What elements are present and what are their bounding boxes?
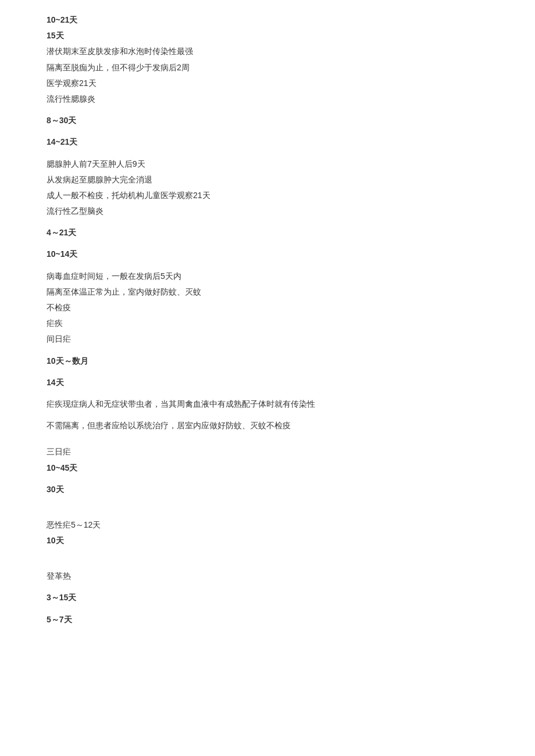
content-row: 4～21天 <box>47 225 488 240</box>
content-row: 14~21天 <box>47 135 488 149</box>
content-row: 从发病起至腮腺肿大完全消退 <box>47 173 488 187</box>
content-row: 30天 <box>47 482 488 497</box>
content-row: 10天 <box>47 533 488 548</box>
spacer <box>47 263 488 268</box>
content-row: 成人一般不检疫，托幼机构儿童医学观察21天 <box>47 188 488 203</box>
content-row: 病毒血症时间短，一般在发病后5天内 <box>47 269 488 284</box>
content-row: 3～15天 <box>47 590 488 605</box>
spacer <box>47 512 488 517</box>
spacer <box>47 498 488 503</box>
content-row: 登革热 <box>47 569 488 583</box>
spacer <box>47 549 488 554</box>
content-row: 14天 <box>47 375 488 390</box>
content-row: 8～30天 <box>47 113 488 128</box>
spacer <box>47 129 488 134</box>
spacer <box>47 563 488 568</box>
content-row: 隔离至体温正常为止，室内做好防蚊、灭蚊 <box>47 285 488 299</box>
spacer <box>47 439 488 443</box>
content-row: 10~21天 <box>47 13 488 27</box>
content-row: 恶性疟5～12天 <box>47 518 488 532</box>
content-row: 10天～数月 <box>47 354 488 368</box>
content-row: 疟疾 <box>47 316 488 331</box>
spacer <box>47 348 488 353</box>
content-row: 5～7天 <box>47 612 488 627</box>
content-row: 隔离至脱痂为止，但不得少于发病后2周 <box>47 60 488 75</box>
main-content: 10~21天15天潜伏期末至皮肤发疹和水泡时传染性最强隔离至脱痂为止，但不得少于… <box>47 13 488 627</box>
content-row: 医学观察21天 <box>47 76 488 91</box>
spacer <box>47 476 488 481</box>
content-row: 疟疾现症病人和无症状带虫者，当其周禽血液中有成熟配子体时就有传染性 <box>47 397 488 411</box>
spacer <box>47 391 488 396</box>
content-row: 流行性乙型脑炎 <box>47 204 488 218</box>
spacer <box>47 220 488 224</box>
spacer <box>47 370 488 374</box>
spacer <box>47 554 488 558</box>
spacer <box>47 241 488 246</box>
spacer <box>47 503 488 507</box>
spacer <box>47 585 488 589</box>
content-row: 潜伏期末至皮肤发疹和水泡时传染性最强 <box>47 44 488 59</box>
content-row: 不需隔离，但患者应给以系统治疗，居室内应做好防蚊、灭蚊不检疫 <box>47 418 488 433</box>
spacer <box>47 151 488 156</box>
spacer <box>47 413 488 417</box>
spacer <box>47 607 488 611</box>
content-row: 10~14天 <box>47 247 488 261</box>
spacer <box>47 434 488 439</box>
spacer <box>47 108 488 112</box>
content-row: 不检疫 <box>47 300 488 315</box>
content-row: 流行性腮腺炎 <box>47 92 488 106</box>
content-row: 三日疟 <box>47 445 488 459</box>
content-row: 15天 <box>47 28 488 43</box>
spacer <box>47 507 488 512</box>
spacer <box>47 558 488 563</box>
content-row: 10~45天 <box>47 461 488 475</box>
content-row: 间日疟 <box>47 332 488 346</box>
content-row: 腮腺肿人前7天至肿人后9天 <box>47 157 488 171</box>
